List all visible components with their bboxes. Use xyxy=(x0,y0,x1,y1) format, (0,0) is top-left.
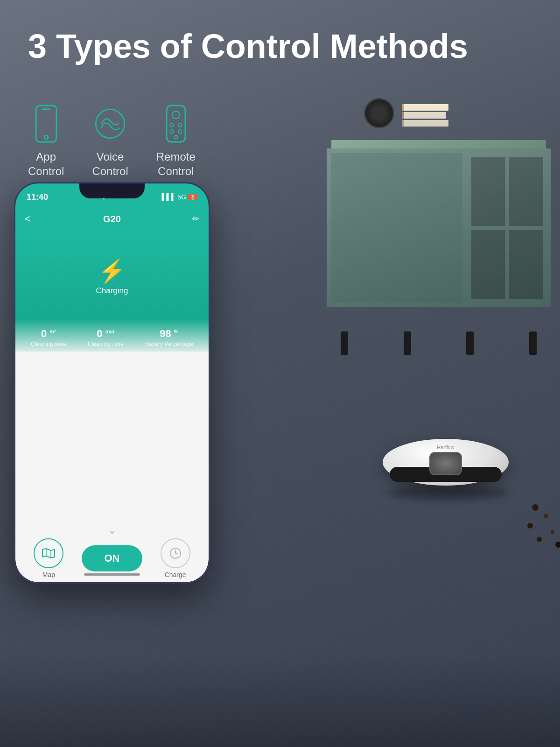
cabinet-grid xyxy=(468,153,547,303)
stats-row: 0 m² Cleaning Area 0 min Cleaning Time 9… xyxy=(15,319,209,356)
leg-4 xyxy=(529,331,537,355)
on-off-button[interactable]: ON xyxy=(82,545,142,571)
charge-icon xyxy=(169,547,182,560)
charge-label: Charge xyxy=(165,571,186,578)
cabinet-body xyxy=(327,148,551,307)
signal-bars-icon: ▌▌▌ xyxy=(162,193,176,201)
cleaning-time-label: Cleaning Time xyxy=(88,341,124,347)
control-method-voice: VoiceControl xyxy=(92,103,128,178)
svg-point-8 xyxy=(170,130,174,134)
debris-1 xyxy=(532,504,539,511)
remote-control-label: RemoteControl xyxy=(156,149,196,178)
debris-7 xyxy=(555,542,560,548)
status-icons: ▌▌▌ 5G 🔋 xyxy=(162,193,197,201)
cabinet-surface-items xyxy=(364,98,448,128)
charging-icon: ⚡ xyxy=(98,260,126,282)
phone-container: 11:40 ▶ ▌▌▌ 5G 🔋 < G20 ✏ ⚡ Charging 0 m²… xyxy=(14,182,210,584)
cabinet-left-door xyxy=(331,153,462,303)
battery-label: Battery Percentage xyxy=(145,341,193,347)
page-title: 3 Types of Control Methods xyxy=(28,28,468,65)
phone-notch xyxy=(79,183,145,198)
robot-logo: Harflow xyxy=(437,444,454,450)
back-button[interactable]: < xyxy=(25,213,31,225)
charge-button-container: Charge xyxy=(161,538,190,578)
charging-label: Charging xyxy=(96,286,128,296)
svg-point-2 xyxy=(44,135,48,139)
control-method-app: AppControl xyxy=(28,103,64,178)
svg-point-3 xyxy=(96,109,124,138)
battery-icon: 🔋 xyxy=(188,194,197,200)
smart-speaker xyxy=(364,98,394,128)
room-scene: Harflow xyxy=(210,93,560,514)
cleaning-time-value: 0 min xyxy=(97,328,114,340)
leg-2 xyxy=(404,331,411,355)
stat-battery: 98 % Battery Percentage xyxy=(145,328,193,347)
cabinet-cell-3 xyxy=(471,230,505,299)
debris-2 xyxy=(544,514,548,518)
device-name: G20 xyxy=(103,214,121,225)
remote-icon xyxy=(165,105,187,143)
stat-cleaning-time: 0 min Cleaning Time xyxy=(88,328,124,347)
robot-shadow xyxy=(387,486,509,500)
map-icon xyxy=(42,548,56,559)
home-bar xyxy=(84,573,140,576)
svg-rect-0 xyxy=(36,106,56,142)
debris-4 xyxy=(551,530,554,534)
edit-button[interactable]: ✏ xyxy=(192,214,199,224)
charging-section: ⚡ Charging xyxy=(15,231,209,324)
map-button[interactable] xyxy=(34,538,63,568)
battery-value: 98 % xyxy=(160,328,178,340)
phone-frame: 11:40 ▶ ▌▌▌ 5G 🔋 < G20 ✏ ⚡ Charging 0 m²… xyxy=(14,182,210,584)
svg-point-6 xyxy=(170,123,174,127)
voice-control-icon-wrapper xyxy=(94,103,126,145)
stat-cleaning-area: 0 m² Cleaning Area xyxy=(31,328,66,347)
smartphone-icon xyxy=(34,105,58,143)
network-type: 5G xyxy=(177,193,186,201)
cabinet-legs xyxy=(341,331,537,355)
status-time: 11:40 xyxy=(27,192,48,202)
book-1 xyxy=(402,104,448,111)
debris-5 xyxy=(537,537,542,542)
chevron-down-icon: ⌄ xyxy=(108,524,116,536)
app-control-label: AppControl xyxy=(28,149,64,178)
cleaning-area-value: 0 m² xyxy=(41,328,56,340)
remote-control-icon-wrapper xyxy=(160,103,192,145)
books-stack xyxy=(402,104,448,127)
app-control-icon-wrapper xyxy=(30,103,63,145)
control-methods-section: AppControl VoiceControl RemoteCont xyxy=(28,103,196,178)
map-button-container: Map xyxy=(34,538,63,578)
svg-point-7 xyxy=(178,123,182,127)
robot-vacuum: Harflow xyxy=(383,439,513,495)
cabinet-cell-2 xyxy=(509,157,543,226)
map-label: Map xyxy=(42,571,55,578)
floor-shadow xyxy=(0,654,560,747)
debris-3 xyxy=(527,523,533,529)
robot-center-button xyxy=(429,452,462,475)
voice-icon xyxy=(94,105,126,143)
svg-point-9 xyxy=(178,130,182,134)
svg-point-10 xyxy=(174,135,178,139)
cleaning-area-label: Cleaning Area xyxy=(31,341,66,347)
control-method-remote: RemoteControl xyxy=(156,103,196,178)
header-section: 3 Types of Control Methods xyxy=(28,28,468,65)
book-2 xyxy=(402,112,446,119)
charge-button[interactable] xyxy=(161,538,190,568)
leg-3 xyxy=(466,331,474,355)
voice-control-label: VoiceControl xyxy=(92,149,128,178)
leg-1 xyxy=(341,331,348,355)
cabinet xyxy=(327,140,551,355)
white-section: ⌄ Map ON xyxy=(15,352,209,582)
cabinet-cell-4 xyxy=(509,230,543,299)
on-off-label: ON xyxy=(104,552,119,564)
robot-body: Harflow xyxy=(383,439,509,486)
cabinet-cell-1 xyxy=(471,157,505,226)
svg-point-5 xyxy=(172,111,180,119)
cabinet-top-surface xyxy=(331,140,546,148)
book-3 xyxy=(402,120,448,127)
control-buttons-row: Map ON Charge xyxy=(15,538,209,578)
app-header: < G20 ✏ xyxy=(15,207,209,231)
